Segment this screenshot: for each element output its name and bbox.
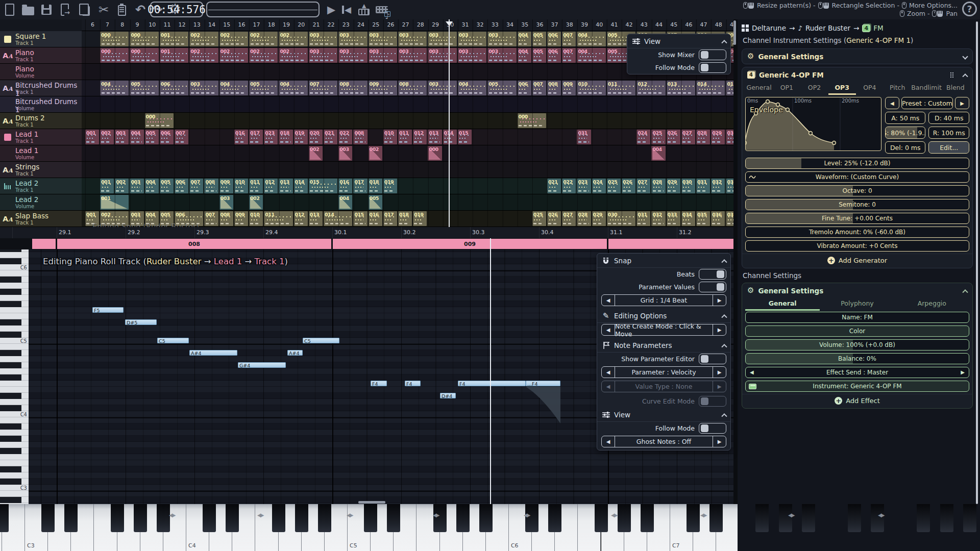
pattern-row[interactable]: [82, 162, 733, 178]
pattern-cell[interactable]: 003: [219, 195, 233, 210]
pattern-cell[interactable]: 009: [562, 81, 576, 95]
ruler-number[interactable]: 29: [428, 21, 443, 28]
pattern-cell[interactable]: 031: [577, 130, 591, 144]
pattern-cell[interactable]: 001: [85, 211, 99, 226]
selector-ghost-notes[interactable]: ◀Ghost Notes : Off▶: [601, 436, 726, 447]
preset-selector[interactable]: Preset : Custom: [901, 97, 953, 109]
song-bar[interactable]: 008: [57, 239, 331, 249]
piano-roll-key-black[interactable]: [0, 466, 29, 472]
pattern-cell[interactable]: 033: [726, 179, 733, 193]
pattern-cell[interactable]: 001: [160, 48, 188, 63]
pattern-cell[interactable]: 003: [115, 130, 129, 144]
pattern-cell[interactable]: 001: [100, 179, 114, 193]
envelope-param-button[interactable]: Edit...: [928, 141, 969, 154]
piano-roll-key-white[interactable]: [0, 307, 29, 313]
track-header[interactable]: AASlap BassTrack 1: [0, 211, 82, 227]
ruler-number[interactable]: 40: [592, 21, 607, 28]
piano-key-black[interactable]: [134, 504, 147, 532]
piano-key-black[interactable]: [548, 504, 561, 532]
pattern-cell[interactable]: 003: [428, 48, 456, 63]
ruler-number[interactable]: 27: [398, 21, 413, 28]
cut-button[interactable]: ✂: [95, 2, 112, 17]
piano-key-black[interactable]: [479, 504, 493, 532]
ruler-number[interactable]: 17: [249, 21, 264, 28]
note[interactable]: G#4: [238, 362, 286, 368]
pattern-cell[interactable]: 006: [175, 211, 203, 226]
pattern-cell[interactable]: 022: [338, 130, 352, 144]
pattern-cell[interactable]: 003: [398, 48, 427, 63]
track-header[interactable]: Lead 1Track 1: [0, 129, 82, 145]
pattern-cell[interactable]: 010: [577, 81, 605, 95]
piano-key-black[interactable]: [387, 504, 400, 532]
pattern-cell[interactable]: 028: [696, 130, 710, 144]
pattern-cell[interactable]: 029: [711, 130, 725, 144]
param-bar[interactable]: Waveform: (Custom Curve): [745, 171, 969, 183]
pattern-cell[interactable]: 003: [428, 81, 456, 95]
toggle-parameter-values[interactable]: [699, 282, 726, 292]
param-bar[interactable]: Fine Tune: +0.00 Cents: [745, 213, 969, 224]
pattern-cell[interactable]: 002: [219, 48, 248, 63]
pattern-cell[interactable]: 008: [398, 81, 427, 95]
pattern-row[interactable]: [82, 96, 733, 113]
piano-roll-key-white[interactable]: C3: [0, 485, 29, 491]
pattern-cell[interactable]: 004: [577, 32, 605, 46]
save-button[interactable]: [38, 2, 55, 17]
pattern-cell[interactable]: 001: [85, 130, 99, 144]
ruler-number[interactable]: 36: [532, 21, 547, 28]
pattern-cell[interactable]: 002: [189, 48, 218, 63]
ruler-number[interactable]: 23: [338, 21, 353, 28]
param-bar[interactable]: ◀▶Effect Send : Master: [745, 367, 969, 378]
track-header[interactable]: Lead 2Volume: [0, 194, 82, 211]
piano-key-black[interactable]: [755, 504, 769, 532]
song-bar[interactable]: [32, 239, 56, 249]
piano-roll-key-white[interactable]: [0, 270, 29, 277]
pattern-cell[interactable]: 004: [577, 48, 605, 63]
note[interactable]: D#5: [125, 319, 157, 325]
tab-bandlimit[interactable]: Bandlimit: [911, 84, 942, 95]
pattern-cell[interactable]: 018: [398, 211, 412, 226]
piano-roll-key-black[interactable]: [0, 423, 29, 430]
note[interactable]: C5: [303, 338, 339, 343]
pattern-cell[interactable]: 005: [369, 195, 382, 210]
pattern-cell[interactable]: 015: [353, 211, 367, 226]
piano-roll-key-black[interactable]: [0, 448, 29, 454]
piano-roll-key-black[interactable]: [0, 436, 29, 442]
pattern-cell[interactable]: 022: [562, 179, 576, 193]
pattern-cell[interactable]: 006: [547, 32, 561, 46]
track-header[interactable]: AABitcrushed Drums 1Track 1: [0, 80, 82, 96]
piano-key-black[interactable]: [687, 504, 700, 532]
preset-next-button[interactable]: ▶: [955, 97, 969, 109]
pattern-cell[interactable]: 007: [309, 81, 337, 95]
toggle-beats[interactable]: [699, 269, 726, 280]
pattern-cell[interactable]: 003: [309, 48, 337, 63]
piano-key-black[interactable]: [779, 504, 792, 532]
pattern-cell[interactable]: 006: [175, 179, 188, 193]
pattern-cell[interactable]: 011: [249, 179, 263, 193]
piano-key-black[interactable]: [525, 504, 538, 532]
next-arrow-icon[interactable]: ▶: [713, 436, 726, 447]
note[interactable]: D#4: [440, 393, 456, 398]
tab-blend[interactable]: Blend: [942, 84, 969, 95]
pattern-cell[interactable]: 011: [398, 130, 412, 144]
prev-arrow-icon[interactable]: ◀: [602, 324, 615, 335]
pattern-cell[interactable]: 005: [145, 130, 159, 144]
pattern-cell[interactable]: 017: [353, 179, 367, 193]
piano-roll-key-black[interactable]: [0, 350, 29, 356]
track-header[interactable]: AAStringsTrack 1: [0, 162, 82, 178]
piano-key-black[interactable]: [157, 504, 170, 532]
piano-roll-playhead[interactable]: [490, 238, 491, 504]
tab-op4[interactable]: OP4: [856, 84, 884, 95]
pattern-cell[interactable]: 014: [443, 130, 457, 144]
pattern-cell[interactable]: 004: [145, 179, 159, 193]
pattern-cell[interactable]: 002: [100, 130, 114, 144]
metronome-piano-button[interactable]: ▲: [355, 2, 373, 17]
pattern-cell[interactable]: 007: [562, 48, 576, 63]
pattern-cell[interactable]: 003: [369, 32, 397, 46]
piano-roll-key-black[interactable]: [0, 405, 29, 411]
ruler-number[interactable]: 20: [294, 21, 309, 28]
pattern-cell[interactable]: 019: [294, 130, 308, 144]
pattern-cell[interactable]: 005: [532, 48, 546, 63]
pattern-cell[interactable]: 000: [130, 48, 158, 63]
pattern-cell[interactable]: 000: [100, 48, 129, 63]
pattern-row[interactable]: 0010020030040050060070080090100110120130…: [82, 211, 733, 227]
